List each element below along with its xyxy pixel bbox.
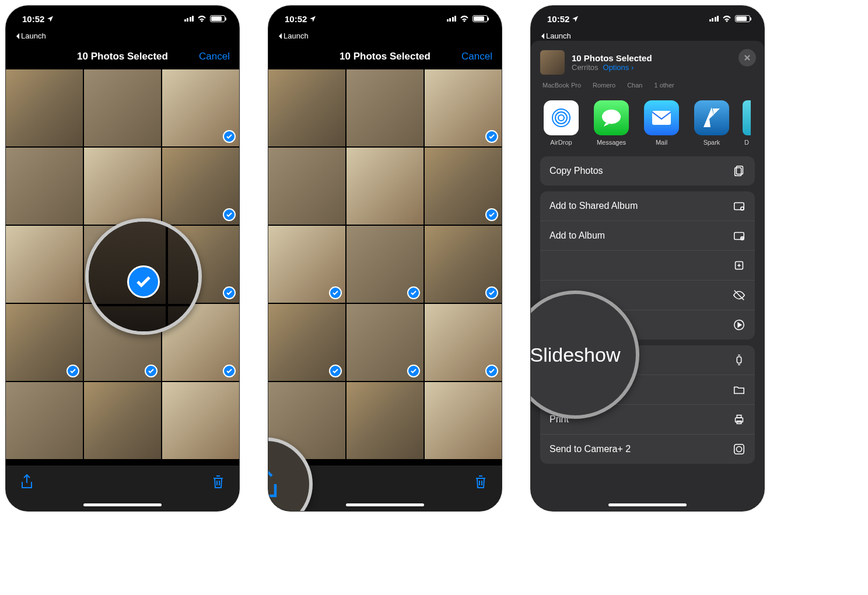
check-icon [145, 365, 158, 377]
photo-thumb[interactable] [268, 226, 345, 303]
check-icon [485, 365, 498, 377]
action-duplicate[interactable] [540, 251, 755, 281]
location-icon [572, 15, 579, 22]
check-icon [485, 286, 498, 299]
folder-icon [733, 383, 746, 396]
check-icon [223, 365, 236, 377]
trash-icon[interactable] [474, 474, 488, 490]
share-apps-row: AirDrop Messages Mail Spark D [531, 94, 764, 156]
photo-thumb[interactable] [346, 226, 424, 303]
status-time: 10:52 [285, 14, 307, 24]
photo-thumb[interactable] [84, 382, 161, 459]
share-app-airdrop[interactable]: AirDrop [541, 100, 581, 146]
share-options-button[interactable]: Options › [603, 63, 634, 72]
photo-thumb[interactable] [346, 382, 424, 459]
photo-thumb[interactable] [6, 226, 83, 303]
check-icon [66, 365, 79, 377]
close-button[interactable] [738, 49, 756, 66]
zoom-slideshow-label: Slideshow [531, 344, 620, 366]
share-title: 10 Photos Selected [572, 53, 652, 63]
wifi-icon [197, 15, 206, 22]
photo-thumb[interactable] [6, 304, 83, 381]
photo-thumb[interactable] [425, 69, 502, 146]
photo-thumb[interactable] [84, 148, 161, 225]
svg-point-3 [602, 110, 621, 124]
check-icon [407, 286, 420, 299]
share-app-more[interactable]: D [742, 100, 751, 146]
watch-icon [733, 354, 746, 366]
photo-thumb[interactable] [162, 148, 239, 225]
back-to-launch[interactable]: Launch [6, 32, 239, 44]
status-bar: 10:52 [6, 6, 239, 32]
photo-thumb[interactable] [6, 69, 83, 146]
battery-icon [210, 15, 225, 22]
svg-point-0 [558, 115, 564, 121]
svg-rect-15 [737, 415, 741, 418]
action-add-shared-album[interactable]: Add to Shared Album [540, 191, 755, 221]
status-bar: 10:52 [531, 6, 764, 32]
cancel-button[interactable]: Cancel [199, 51, 230, 62]
share-icon[interactable] [20, 474, 34, 490]
share-app-mail[interactable]: Mail [642, 100, 681, 146]
play-icon [733, 318, 746, 331]
photo-thumb[interactable] [425, 382, 502, 459]
check-icon [223, 130, 236, 143]
panel-c-share-sheet: 10:52 Launch 10 Photos Selected Cerritos… [531, 6, 764, 511]
wifi-icon [722, 15, 732, 22]
photo-thumb[interactable] [268, 304, 345, 381]
share-app-messages[interactable]: Messages [592, 100, 631, 146]
photo-thumb[interactable] [425, 304, 502, 381]
status-icons [184, 15, 226, 22]
home-indicator[interactable] [346, 503, 424, 506]
share-location: Cerritos [572, 63, 598, 72]
photo-thumb[interactable] [268, 148, 345, 225]
status-icons [709, 15, 751, 22]
location-icon [309, 15, 316, 22]
share-app-spark[interactable]: Spark [692, 100, 732, 146]
status-time: 10:52 [547, 14, 569, 24]
duplicate-icon [733, 259, 746, 272]
album-icon [733, 229, 746, 242]
photo-thumb[interactable] [6, 382, 83, 459]
svg-rect-17 [734, 444, 744, 454]
photo-grid [268, 69, 502, 459]
photo-thumb[interactable] [84, 69, 161, 146]
status-bar: 10:52 [268, 6, 502, 32]
check-icon [485, 130, 498, 143]
selection-title: 10 Photos Selected [77, 51, 168, 62]
check-icon [329, 365, 342, 377]
copy-icon [733, 164, 746, 177]
home-indicator[interactable] [608, 503, 687, 506]
cancel-button[interactable]: Cancel [461, 51, 492, 62]
nav-header: 10 Photos Selected Cancel [6, 44, 239, 69]
photo-thumb[interactable] [346, 148, 424, 225]
photo-thumb[interactable] [162, 69, 239, 146]
back-to-launch[interactable]: Launch [268, 32, 502, 44]
photo-thumb[interactable] [425, 226, 502, 303]
share-icon-zoom [268, 467, 280, 501]
airdrop-targets: MacBook Pro Romero Chan 1 other [531, 82, 764, 94]
home-indicator[interactable] [83, 503, 162, 506]
photo-thumb[interactable] [346, 304, 424, 381]
big-check-icon [127, 265, 160, 298]
check-icon [223, 208, 236, 221]
shared-album-icon [733, 200, 746, 212]
signal-icon [447, 16, 457, 22]
svg-point-18 [736, 446, 741, 452]
action-add-album[interactable]: Add to Album [540, 221, 755, 251]
action-copy-photos[interactable]: Copy Photos [540, 156, 755, 186]
action-camera-plus[interactable]: Send to Camera+ 2 [540, 435, 755, 464]
check-icon [329, 286, 342, 299]
photo-thumb[interactable] [162, 382, 239, 459]
printer-icon [733, 413, 746, 426]
trash-icon[interactable] [211, 474, 225, 490]
photo-thumb[interactable] [346, 69, 424, 146]
wifi-icon [460, 15, 469, 22]
photo-thumb[interactable] [425, 148, 502, 225]
photo-thumb[interactable] [268, 69, 345, 146]
photo-thumb[interactable] [6, 148, 83, 225]
signal-icon [184, 16, 194, 22]
share-sheet: 10 Photos Selected Cerritos Options › Ma… [531, 41, 764, 511]
panel-b-photos-share: 10:52 Launch 10 Photos Selected Cancel [268, 6, 502, 511]
check-icon [407, 365, 420, 377]
